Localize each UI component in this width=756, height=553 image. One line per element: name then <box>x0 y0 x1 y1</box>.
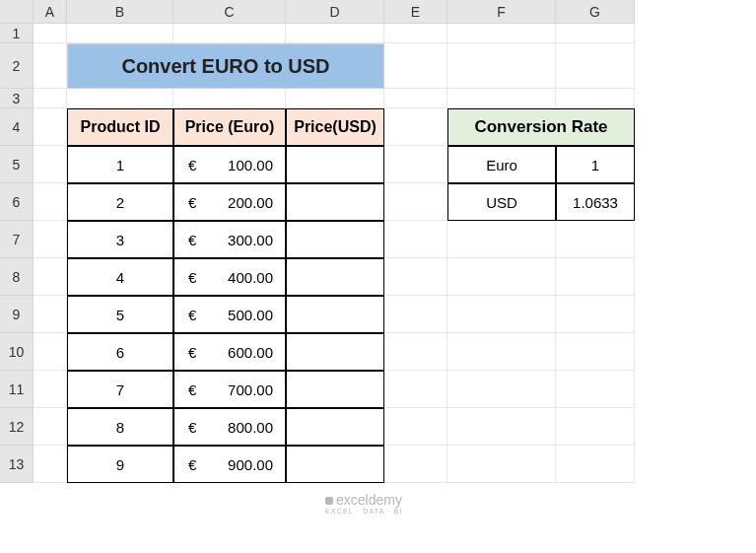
table-row[interactable]: €700.00 <box>173 371 286 408</box>
cell-E10[interactable] <box>384 333 447 371</box>
row-header-10[interactable]: 10 <box>0 333 34 371</box>
row-header-13[interactable]: 13 <box>0 446 34 483</box>
cell-A1[interactable] <box>34 24 67 43</box>
cell-A4[interactable] <box>34 108 67 146</box>
cell-E12[interactable] <box>384 408 447 446</box>
cell-G11[interactable] <box>556 371 635 408</box>
cell-E6[interactable] <box>384 183 447 221</box>
cell-E5[interactable] <box>384 146 447 183</box>
table-row[interactable]: €300.00 <box>173 221 286 258</box>
cell-E13[interactable] <box>384 446 447 483</box>
table-header-product-id[interactable]: Product ID <box>67 108 173 146</box>
col-header-F[interactable]: F <box>447 0 556 24</box>
row-header-12[interactable]: 12 <box>0 408 34 446</box>
cell-G8[interactable] <box>556 258 635 296</box>
cell-F11[interactable] <box>447 371 556 408</box>
cell-F7[interactable] <box>447 221 556 258</box>
row-header-8[interactable]: 8 <box>0 258 34 296</box>
cell-D3[interactable] <box>286 89 384 108</box>
conv-usd-value[interactable]: 1.0633 <box>556 183 635 221</box>
row-header-1[interactable]: 1 <box>0 24 34 43</box>
table-row[interactable]: 5 <box>67 296 173 333</box>
row-header-11[interactable]: 11 <box>0 371 34 408</box>
cell-D1[interactable] <box>286 24 384 43</box>
table-row[interactable]: €400.00 <box>173 258 286 296</box>
row-header-6[interactable]: 6 <box>0 183 34 221</box>
cell-G7[interactable] <box>556 221 635 258</box>
cell-A5[interactable] <box>34 146 67 183</box>
cell-F10[interactable] <box>447 333 556 371</box>
row-header-4[interactable]: 4 <box>0 108 34 146</box>
cell-E9[interactable] <box>384 296 447 333</box>
conv-usd-label[interactable]: USD <box>447 183 556 221</box>
cell-F3[interactable] <box>447 89 556 108</box>
conv-euro-value[interactable]: 1 <box>556 146 635 183</box>
cell-F8[interactable] <box>447 258 556 296</box>
cell-B1[interactable] <box>67 24 173 43</box>
table-row[interactable] <box>286 146 384 183</box>
table-row[interactable]: 1 <box>67 146 173 183</box>
table-row[interactable] <box>286 296 384 333</box>
table-row[interactable] <box>286 183 384 221</box>
cell-G3[interactable] <box>556 89 635 108</box>
cell-E2[interactable] <box>384 43 447 89</box>
table-header-price-euro[interactable]: Price (Euro) <box>173 108 286 146</box>
cell-C3[interactable] <box>173 89 286 108</box>
table-row[interactable]: €100.00 <box>173 146 286 183</box>
row-header-7[interactable]: 7 <box>0 221 34 258</box>
table-row[interactable]: €900.00 <box>173 446 286 483</box>
cell-A6[interactable] <box>34 183 67 221</box>
cell-B3[interactable] <box>67 89 173 108</box>
row-header-2[interactable]: 2 <box>0 43 34 89</box>
col-header-E[interactable]: E <box>384 0 447 24</box>
cell-F13[interactable] <box>447 446 556 483</box>
table-row[interactable]: 7 <box>67 371 173 408</box>
table-row[interactable]: 9 <box>67 446 173 483</box>
cell-E1[interactable] <box>384 24 447 43</box>
row-header-9[interactable]: 9 <box>0 296 34 333</box>
table-row[interactable]: €800.00 <box>173 408 286 446</box>
table-row[interactable] <box>286 221 384 258</box>
cell-A11[interactable] <box>34 371 67 408</box>
cell-A10[interactable] <box>34 333 67 371</box>
cell-A8[interactable] <box>34 258 67 296</box>
cell-E4[interactable] <box>384 108 447 146</box>
cell-G2[interactable] <box>556 43 635 89</box>
cell-A7[interactable] <box>34 221 67 258</box>
row-header-5[interactable]: 5 <box>0 146 34 183</box>
cell-E3[interactable] <box>384 89 447 108</box>
cell-A13[interactable] <box>34 446 67 483</box>
col-header-D[interactable]: D <box>286 0 384 24</box>
col-header-G[interactable]: G <box>556 0 635 24</box>
cell-F2[interactable] <box>447 43 556 89</box>
col-header-C[interactable]: C <box>173 0 286 24</box>
table-row[interactable]: 6 <box>67 333 173 371</box>
table-header-price-usd[interactable]: Price(USD) <box>286 108 384 146</box>
col-header-B[interactable]: B <box>67 0 173 24</box>
table-row[interactable] <box>286 446 384 483</box>
cell-F12[interactable] <box>447 408 556 446</box>
table-row[interactable]: 4 <box>67 258 173 296</box>
cell-G10[interactable] <box>556 333 635 371</box>
conv-euro-label[interactable]: Euro <box>447 146 556 183</box>
select-all-corner[interactable] <box>0 0 34 24</box>
table-row[interactable]: 2 <box>67 183 173 221</box>
table-row[interactable]: €500.00 <box>173 296 286 333</box>
table-row[interactable]: €600.00 <box>173 333 286 371</box>
row-header-3[interactable]: 3 <box>0 89 34 108</box>
table-row[interactable] <box>286 333 384 371</box>
col-header-A[interactable]: A <box>34 0 67 24</box>
cell-E11[interactable] <box>384 371 447 408</box>
cell-A12[interactable] <box>34 408 67 446</box>
cell-C1[interactable] <box>173 24 286 43</box>
cell-F9[interactable] <box>447 296 556 333</box>
table-row[interactable]: 8 <box>67 408 173 446</box>
table-row[interactable]: €200.00 <box>173 183 286 221</box>
cell-A2[interactable] <box>34 43 67 89</box>
cell-G9[interactable] <box>556 296 635 333</box>
cell-G12[interactable] <box>556 408 635 446</box>
cell-E7[interactable] <box>384 221 447 258</box>
title-banner[interactable]: Convert EURO to USD <box>67 43 384 89</box>
cell-G1[interactable] <box>556 24 635 43</box>
table-row[interactable] <box>286 371 384 408</box>
